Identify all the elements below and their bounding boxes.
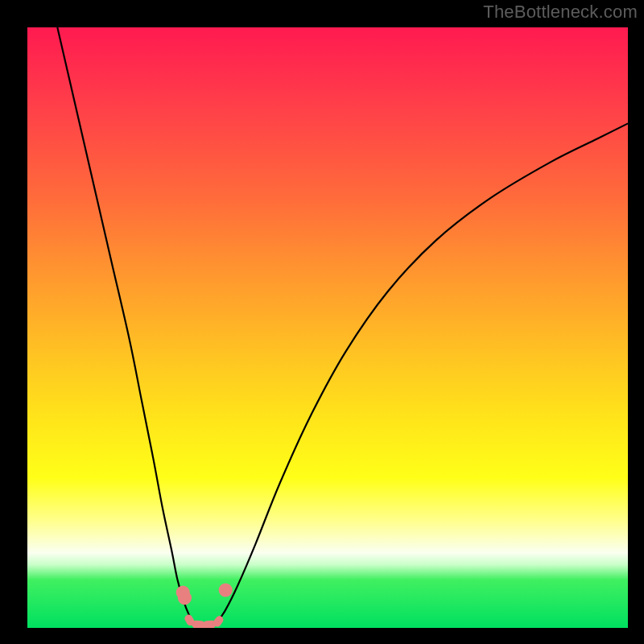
marker-dot (219, 583, 233, 597)
marker-dot (178, 591, 192, 605)
curve-right (217, 123, 628, 623)
plot-area (27, 27, 628, 628)
curve-left (57, 27, 194, 623)
chart-svg (27, 27, 628, 628)
outer-frame: TheBottleneck.com (0, 0, 644, 644)
watermark-text: TheBottleneck.com (483, 2, 638, 23)
